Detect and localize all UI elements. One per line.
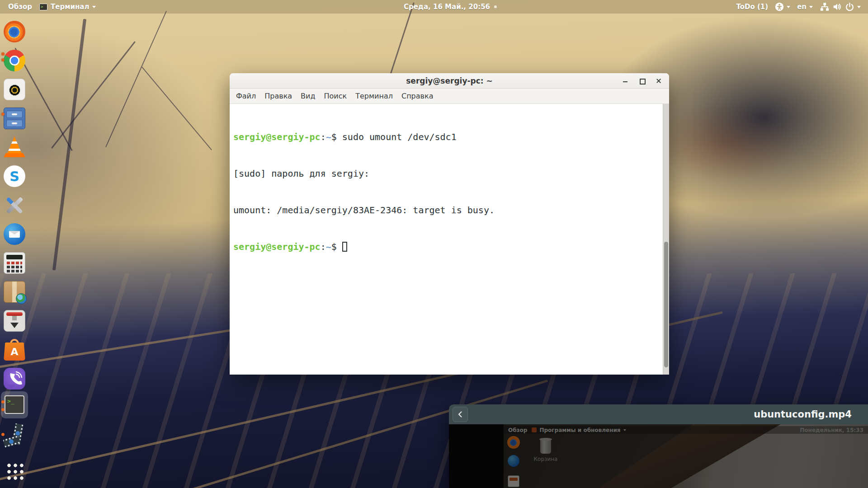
- terminal-line: sergiy@sergiy-pc:~$: [233, 241, 663, 253]
- window-title: sergiy@sergiy-pc: ~: [230, 73, 669, 89]
- scrollbar-thumb[interactable]: [664, 242, 668, 367]
- terminal-titlebar[interactable]: sergiy@sergiy-pc: ~: [230, 73, 669, 89]
- system-tools-icon[interactable]: [4, 194, 25, 216]
- todo-label: ToDo (1): [736, 3, 768, 11]
- wallpaper-branch: [51, 41, 136, 149]
- keyboard-layout-menu[interactable]: en: [797, 3, 813, 11]
- desktop: Обзор > Терминал Среда, 16 Май., 20:56 T…: [0, 0, 868, 488]
- terminal-dock-highlight: >_: [1, 391, 28, 418]
- thunderbird-icon[interactable]: [4, 223, 25, 245]
- audio-player-icon[interactable]: [4, 79, 25, 100]
- close-button[interactable]: [656, 78, 662, 84]
- firefox-icon[interactable]: [4, 21, 25, 42]
- menu-search[interactable]: Поиск: [324, 92, 347, 100]
- terminal-line: umount: /media/sergiy/83AE-2346: target …: [233, 204, 663, 216]
- chevron-down-icon: [92, 6, 96, 8]
- terminal-cursor: [342, 242, 347, 252]
- power-icon: [845, 2, 854, 12]
- phone-icon: [4, 368, 25, 389]
- video-clock-label: Понедельник, 15:33: [800, 427, 863, 433]
- press-post-icon: [12, 316, 17, 320]
- todo-indicator[interactable]: ToDo (1): [736, 3, 768, 11]
- ubuntu-software-icon[interactable]: A: [4, 339, 25, 361]
- video-trash-icon: [540, 439, 551, 454]
- accessibility-icon: [775, 2, 784, 11]
- maximize-button[interactable]: [639, 78, 645, 84]
- menu-terminal[interactable]: Терминал: [355, 92, 393, 100]
- video-trash-label: Корзина: [531, 456, 560, 462]
- terminal-window: sergiy@sergiy-pc: ~ Файл Правка Вид Поис…: [230, 73, 669, 375]
- show-applications-icon[interactable]: [5, 462, 24, 480]
- running-dot-icon: [1, 408, 5, 411]
- clock-menu[interactable]: Среда, 16 Май., 20:56: [404, 3, 497, 11]
- running-dot-icon: [1, 52, 5, 56]
- skype-icon[interactable]: S: [4, 165, 25, 187]
- drawer-icon: [6, 111, 23, 118]
- file-cabinet-icon[interactable]: [4, 108, 25, 129]
- minimize-button[interactable]: [622, 78, 628, 84]
- running-dot-icon: [1, 433, 5, 436]
- back-button[interactable]: [453, 407, 468, 422]
- command-text: sudo umount /dev/sdc1: [342, 131, 457, 142]
- menu-edit[interactable]: Правка: [264, 92, 292, 100]
- menu-file[interactable]: Файл: [236, 92, 256, 100]
- chevron-down-icon: [857, 6, 861, 8]
- app-menu-label: Терминал: [51, 3, 89, 11]
- viber-icon[interactable]: [4, 368, 25, 389]
- network-icon: [820, 2, 830, 12]
- calc-keys-row: [7, 270, 22, 272]
- deb-installer-icon[interactable]: [4, 310, 25, 332]
- player-headerbar[interactable]: ubuntuconfig.mp4: [449, 404, 868, 424]
- volume-icon: [832, 2, 842, 12]
- chevron-down-icon: [809, 6, 813, 8]
- menu-help[interactable]: Справка: [401, 92, 434, 100]
- terminal-line: sergiy@sergiy-pc:~$sudo umount /dev/sdc1: [233, 131, 663, 143]
- activities-button[interactable]: Обзор: [5, 3, 35, 11]
- keyboard-layout-label: en: [797, 3, 807, 11]
- terminal-app-icon: >: [39, 4, 47, 10]
- calc-keys-row: [7, 262, 22, 264]
- scrollbar-track[interactable]: [663, 104, 669, 375]
- envelope-icon: [9, 231, 20, 238]
- app-menu[interactable]: > Терминал: [39, 3, 96, 11]
- video-app-menu-label: Программы и обновления: [539, 427, 620, 433]
- accessibility-menu[interactable]: [775, 2, 790, 11]
- calculator-icon[interactable]: [4, 252, 25, 274]
- video-frame: Обзор Программы и обновления Понедельник…: [504, 424, 868, 488]
- running-dot-icon: [1, 58, 5, 61]
- vlc-icon[interactable]: [4, 136, 25, 158]
- clock-label: Среда, 16 Май., 20:56: [404, 3, 490, 11]
- software-updates-icon: [532, 427, 537, 432]
- down-arrow-icon: [10, 323, 19, 328]
- terminal-line: [sudo] пароль для sergiy:: [233, 168, 663, 180]
- system-menu[interactable]: [820, 2, 861, 12]
- wallpaper-branch: [142, 66, 212, 150]
- video-title: ubuntuconfig.mp4: [754, 409, 852, 420]
- notification-dot-icon: [494, 5, 497, 8]
- video-thunderbird-icon: [508, 455, 519, 467]
- package-manager-icon[interactable]: [4, 281, 25, 303]
- chrome-icon[interactable]: [4, 50, 25, 71]
- terminal-icon[interactable]: >_: [5, 395, 24, 414]
- press-lever-icon: [6, 312, 23, 316]
- video-editor-icon[interactable]: [4, 424, 25, 446]
- running-dot-icon: [1, 400, 5, 404]
- cone-icon: [4, 136, 25, 154]
- chevron-down-icon: [623, 429, 626, 431]
- calc-keys-row: [7, 266, 22, 268]
- video-app-menu: Программы и обновления: [532, 427, 626, 433]
- video-activities-label: Обзор: [508, 427, 527, 433]
- running-dot-icon: [1, 113, 5, 116]
- video-letterbox: [449, 424, 504, 488]
- menu-view[interactable]: Вид: [301, 92, 315, 100]
- video-file-cabinet-icon: [508, 475, 519, 487]
- video-area[interactable]: Обзор Программы и обновления Понедельник…: [449, 424, 868, 488]
- chevron-left-icon: [457, 411, 464, 418]
- terminal-menubar: Файл Правка Вид Поиск Терминал Справка: [230, 89, 669, 104]
- wallpaper-branch: [105, 11, 167, 147]
- video-firefox-icon: [507, 436, 520, 449]
- terminal-output[interactable]: sergiy@sergiy-pc:~$sudo umount /dev/sdc1…: [230, 104, 663, 375]
- cone-base-icon: [4, 153, 25, 157]
- globe-icon: [16, 293, 27, 304]
- calc-display: [6, 255, 23, 259]
